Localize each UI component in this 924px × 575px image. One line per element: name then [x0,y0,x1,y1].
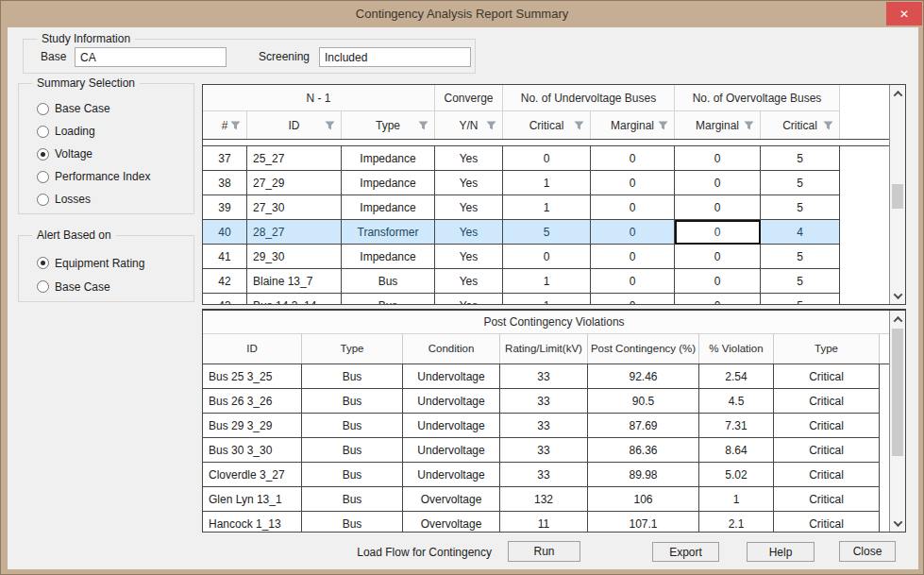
column-header-id[interactable]: ID [203,334,302,364]
cell-violation[interactable]: 7.31 [699,414,774,438]
summary-radio-option[interactable]: Losses [37,188,190,211]
cell-uv-critical[interactable]: 0 [503,146,591,171]
cell-type[interactable]: Bus [342,269,435,294]
cell-type[interactable]: Bus [302,389,403,414]
alert-radio-option[interactable]: Equipment Rating [37,251,190,275]
cell-ov-marginal[interactable]: 0 [675,245,761,269]
cell-condition[interactable]: Undervoltage [403,414,500,438]
column-header-num[interactable]: # [203,111,247,139]
alert-radio-option[interactable]: Base Case [37,275,190,298]
cell-ov-critical[interactable]: 5 [761,245,840,269]
cell-violation[interactable]: 1 [699,487,774,512]
cell-post-contingency[interactable]: 92.46 [588,364,699,389]
contingency-row[interactable]: 39 27_30 Impedance Yes 1 0 0 5 [203,195,905,220]
filter-icon[interactable] [574,121,584,130]
cell-num[interactable]: 38 [203,171,247,195]
cell-num[interactable]: 39 [203,195,247,220]
cell-condition[interactable]: Overvoltage [403,512,500,533]
cell-condition[interactable]: Undervoltage [403,438,500,463]
cell-type[interactable]: Bus [302,414,403,438]
cell-num[interactable]: 41 [203,245,247,269]
cell-condition[interactable]: Undervoltage [403,364,500,389]
cell-ov-marginal[interactable]: 0 [675,195,761,220]
cell-post-contingency[interactable]: 107.1 [588,512,699,533]
cell-rating[interactable]: 33 [500,463,588,487]
contingency-row[interactable]: 37 25_27 Impedance Yes 0 0 0 5 [203,146,905,171]
filter-icon[interactable] [230,121,241,130]
cell-uv-marginal[interactable]: 0 [591,220,675,245]
cell-id[interactable]: Bus 26 3_26 [203,389,302,414]
cell-condition[interactable]: Overvoltage [403,487,500,512]
cell-id[interactable]: Bus 14 3_14 [247,294,342,305]
contingency-row[interactable]: 38 27_29 Impedance Yes 1 0 0 5 [203,171,905,195]
contingency-row[interactable]: 42 Blaine 13_7 Bus Yes 1 0 0 5 [203,269,905,294]
cell-uv-critical[interactable]: 0 [503,245,591,269]
column-header-uv-critical[interactable]: Critical [503,111,591,139]
cell-id[interactable]: 27_29 [247,171,342,195]
cell-violation[interactable]: 2.1 [699,512,774,533]
scroll-up-icon[interactable] [890,312,905,327]
summary-radio-option[interactable]: Loading [37,120,190,143]
violation-row[interactable]: Glen Lyn 13_1 Bus Overvoltage 132 106 1 … [203,487,905,512]
cell-id[interactable]: Bus 30 3_30 [203,438,302,463]
cell-type[interactable]: Impedance [342,245,435,269]
cell-id[interactable]: Cloverdle 3_27 [203,463,302,487]
cell-converge[interactable]: Yes [435,171,503,195]
contingency-row[interactable]: 41 29_30 Impedance Yes 0 0 0 5 [203,245,905,269]
run-button[interactable]: Run [508,541,580,562]
cell-type[interactable]: Bus [302,438,403,463]
cell-id[interactable]: Bus 29 3_29 [203,414,302,438]
filter-icon[interactable] [744,121,754,130]
cell-converge[interactable]: Yes [435,146,503,171]
filter-icon[interactable] [823,121,833,130]
cell-post-contingency[interactable]: 90.5 [588,389,699,414]
cell-type[interactable]: Impedance [342,195,435,220]
column-header-uv-marginal[interactable]: Marginal [591,111,675,139]
cell-violation[interactable]: 2.54 [699,364,774,389]
cell-post-contingency[interactable]: 87.69 [588,414,699,438]
help-button[interactable]: Help [747,542,815,562]
cell-severity[interactable]: Critical [774,512,880,533]
column-header-ov-critical[interactable]: Critical [761,111,840,139]
cell-id[interactable]: 27_30 [247,195,342,220]
cell-converge[interactable]: Yes [435,220,503,245]
column-header-type[interactable]: Type [342,111,435,139]
cell-uv-marginal[interactable]: 0 [591,269,675,294]
summary-radio-option[interactable]: Base Case [37,97,190,120]
cell-ov-critical[interactable]: 4 [761,220,840,245]
cell-uv-marginal[interactable]: 0 [591,146,675,171]
contingency-table-scrollbar[interactable] [889,85,905,304]
cell-post-contingency[interactable]: 89.98 [588,463,699,487]
cell-type[interactable]: Impedance [342,171,435,195]
cell-converge[interactable]: Yes [435,269,503,294]
cell-violation[interactable]: 8.64 [699,438,774,463]
cell-uv-marginal[interactable]: 0 [591,171,675,195]
column-header-yn[interactable]: Y/N [435,111,503,139]
violation-row[interactable]: Cloverdle 3_27 Bus Undervoltage 33 89.98… [203,463,905,487]
cell-num[interactable]: 42 [203,269,247,294]
cell-ov-critical[interactable]: 5 [761,195,840,220]
close-window-button[interactable]: ✕ [886,2,922,25]
cell-id[interactable]: Glen Lyn 13_1 [203,487,302,512]
cell-ov-marginal[interactable]: 0 [675,220,761,245]
violation-row[interactable]: Bus 30 3_30 Bus Undervoltage 33 86.36 8.… [203,438,905,463]
cell-id[interactable]: 25_27 [247,146,342,171]
cell-post-contingency[interactable]: 106 [588,487,699,512]
cell-rating[interactable]: 33 [500,389,588,414]
column-header-id[interactable]: ID [247,111,342,139]
cell-type[interactable]: Impedance [342,146,435,171]
filter-icon[interactable] [418,121,428,130]
cell-uv-critical[interactable]: 1 [503,171,591,195]
cell-ov-marginal[interactable]: 0 [675,294,761,305]
cell-rating[interactable]: 33 [500,438,588,463]
cell-rating[interactable]: 11 [500,512,588,533]
export-button[interactable]: Export [652,542,719,562]
cell-severity[interactable]: Critical [774,438,880,463]
scrollbar-thumb[interactable] [892,184,903,209]
cell-type[interactable]: Bus [302,512,403,533]
contingency-row[interactable]: 43 Bus 14 3_14 Bus Yes 1 0 0 5 [203,294,905,305]
violations-table-scrollbar[interactable] [889,311,905,532]
cell-condition[interactable]: Undervoltage [403,463,500,487]
summary-radio-option[interactable]: Voltage [37,143,190,165]
cell-num[interactable]: 43 [203,294,247,305]
